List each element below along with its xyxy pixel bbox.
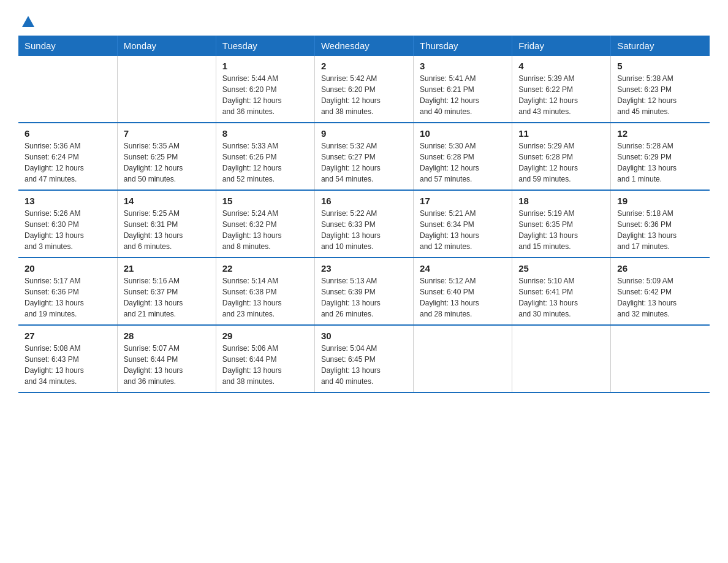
day-number: 3 <box>420 61 506 71</box>
cell-week3-day4: 17Sunrise: 5:21 AM Sunset: 6:34 PM Dayli… <box>414 190 512 258</box>
day-info: Sunrise: 5:25 AM Sunset: 6:31 PM Dayligh… <box>124 208 210 252</box>
day-info: Sunrise: 5:24 AM Sunset: 6:32 PM Dayligh… <box>222 208 308 252</box>
cell-week1-day3: 2Sunrise: 5:42 AM Sunset: 6:20 PM Daylig… <box>314 56 413 123</box>
day-info: Sunrise: 5:16 AM Sunset: 6:37 PM Dayligh… <box>124 275 210 320</box>
day-info: Sunrise: 5:07 AM Sunset: 6:44 PM Dayligh… <box>124 343 210 387</box>
cell-week4-day5: 25Sunrise: 5:10 AM Sunset: 6:41 PM Dayli… <box>512 258 611 325</box>
day-number: 23 <box>321 263 407 274</box>
day-number: 4 <box>518 61 604 71</box>
day-info: Sunrise: 5:30 AM Sunset: 6:28 PM Dayligh… <box>420 140 506 185</box>
cell-week5-day0: 27Sunrise: 5:08 AM Sunset: 6:43 PM Dayli… <box>18 325 117 393</box>
cell-week2-day2: 8Sunrise: 5:33 AM Sunset: 6:26 PM Daylig… <box>216 123 314 190</box>
day-info: Sunrise: 5:35 AM Sunset: 6:25 PM Dayligh… <box>124 140 210 185</box>
cell-week1-day5: 4Sunrise: 5:39 AM Sunset: 6:22 PM Daylig… <box>512 56 611 123</box>
day-number: 1 <box>222 61 308 71</box>
cell-week2-day3: 9Sunrise: 5:32 AM Sunset: 6:27 PM Daylig… <box>314 123 413 190</box>
day-number: 28 <box>124 331 210 341</box>
day-info: Sunrise: 5:22 AM Sunset: 6:33 PM Dayligh… <box>321 208 407 252</box>
day-number: 10 <box>420 128 506 139</box>
col-tuesday: Tuesday <box>216 36 314 56</box>
cell-week2-day0: 6Sunrise: 5:36 AM Sunset: 6:24 PM Daylig… <box>18 123 117 190</box>
day-number: 9 <box>321 128 407 139</box>
cell-week4-day4: 24Sunrise: 5:12 AM Sunset: 6:40 PM Dayli… <box>414 258 512 325</box>
week-row-2: 6Sunrise: 5:36 AM Sunset: 6:24 PM Daylig… <box>18 123 710 190</box>
calendar-table: Sunday Monday Tuesday Wednesday Thursday… <box>18 36 710 393</box>
col-sunday: Sunday <box>18 36 117 56</box>
cell-week2-day4: 10Sunrise: 5:30 AM Sunset: 6:28 PM Dayli… <box>414 123 512 190</box>
col-monday: Monday <box>117 36 216 56</box>
day-number: 6 <box>25 128 111 139</box>
day-info: Sunrise: 5:41 AM Sunset: 6:21 PM Dayligh… <box>420 73 506 117</box>
day-info: Sunrise: 5:36 AM Sunset: 6:24 PM Dayligh… <box>25 140 111 185</box>
cell-week5-day2: 29Sunrise: 5:06 AM Sunset: 6:44 PM Dayli… <box>216 325 314 393</box>
day-info: Sunrise: 5:28 AM Sunset: 6:29 PM Dayligh… <box>617 140 703 185</box>
day-number: 30 <box>321 331 407 341</box>
week-row-1: 1Sunrise: 5:44 AM Sunset: 6:20 PM Daylig… <box>18 56 710 123</box>
cell-week1-day4: 3Sunrise: 5:41 AM Sunset: 6:21 PM Daylig… <box>414 56 512 123</box>
day-number: 16 <box>321 196 407 206</box>
col-friday: Friday <box>512 36 611 56</box>
cell-week5-day3: 30Sunrise: 5:04 AM Sunset: 6:45 PM Dayli… <box>314 325 413 393</box>
col-thursday: Thursday <box>414 36 512 56</box>
col-wednesday: Wednesday <box>314 36 413 56</box>
cell-week5-day1: 28Sunrise: 5:07 AM Sunset: 6:44 PM Dayli… <box>117 325 216 393</box>
day-number: 22 <box>222 263 308 274</box>
day-info: Sunrise: 5:42 AM Sunset: 6:20 PM Dayligh… <box>321 73 407 117</box>
day-number: 5 <box>617 61 703 71</box>
day-info: Sunrise: 5:12 AM Sunset: 6:40 PM Dayligh… <box>420 275 506 320</box>
day-number: 24 <box>420 263 506 274</box>
day-number: 15 <box>222 196 308 206</box>
day-info: Sunrise: 5:33 AM Sunset: 6:26 PM Dayligh… <box>222 140 308 185</box>
day-number: 8 <box>222 128 308 139</box>
day-number: 26 <box>617 263 703 274</box>
logo <box>18 12 36 29</box>
day-number: 13 <box>25 196 111 206</box>
col-saturday: Saturday <box>611 36 710 56</box>
day-info: Sunrise: 5:08 AM Sunset: 6:43 PM Dayligh… <box>25 343 111 387</box>
day-number: 25 <box>518 263 604 274</box>
day-info: Sunrise: 5:39 AM Sunset: 6:22 PM Dayligh… <box>518 73 604 117</box>
day-info: Sunrise: 5:21 AM Sunset: 6:34 PM Dayligh… <box>420 208 506 252</box>
cell-week5-day5 <box>512 325 611 393</box>
cell-week4-day6: 26Sunrise: 5:09 AM Sunset: 6:42 PM Dayli… <box>611 258 710 325</box>
cell-week3-day1: 14Sunrise: 5:25 AM Sunset: 6:31 PM Dayli… <box>117 190 216 258</box>
page-header <box>18 12 710 29</box>
day-info: Sunrise: 5:09 AM Sunset: 6:42 PM Dayligh… <box>617 275 703 320</box>
day-number: 21 <box>124 263 210 274</box>
logo-icon <box>20 13 36 29</box>
cell-week3-day2: 15Sunrise: 5:24 AM Sunset: 6:32 PM Dayli… <box>216 190 314 258</box>
cell-week4-day2: 22Sunrise: 5:14 AM Sunset: 6:38 PM Dayli… <box>216 258 314 325</box>
day-info: Sunrise: 5:19 AM Sunset: 6:35 PM Dayligh… <box>518 208 604 252</box>
cell-week1-day6: 5Sunrise: 5:38 AM Sunset: 6:23 PM Daylig… <box>611 56 710 123</box>
day-number: 2 <box>321 61 407 71</box>
cell-week3-day3: 16Sunrise: 5:22 AM Sunset: 6:33 PM Dayli… <box>314 190 413 258</box>
day-number: 17 <box>420 196 506 206</box>
day-number: 14 <box>124 196 210 206</box>
header-row: Sunday Monday Tuesday Wednesday Thursday… <box>18 36 710 56</box>
day-number: 7 <box>124 128 210 139</box>
cell-week3-day5: 18Sunrise: 5:19 AM Sunset: 6:35 PM Dayli… <box>512 190 611 258</box>
week-row-3: 13Sunrise: 5:26 AM Sunset: 6:30 PM Dayli… <box>18 190 710 258</box>
cell-week2-day5: 11Sunrise: 5:29 AM Sunset: 6:28 PM Dayli… <box>512 123 611 190</box>
day-number: 18 <box>518 196 604 206</box>
day-info: Sunrise: 5:04 AM Sunset: 6:45 PM Dayligh… <box>321 343 407 387</box>
cell-week1-day2: 1Sunrise: 5:44 AM Sunset: 6:20 PM Daylig… <box>216 56 314 123</box>
day-info: Sunrise: 5:18 AM Sunset: 6:36 PM Dayligh… <box>617 208 703 252</box>
day-number: 12 <box>617 128 703 139</box>
week-row-5: 27Sunrise: 5:08 AM Sunset: 6:43 PM Dayli… <box>18 325 710 393</box>
week-row-4: 20Sunrise: 5:17 AM Sunset: 6:36 PM Dayli… <box>18 258 710 325</box>
day-number: 11 <box>518 128 604 139</box>
calendar-body: 1Sunrise: 5:44 AM Sunset: 6:20 PM Daylig… <box>18 56 710 393</box>
day-info: Sunrise: 5:14 AM Sunset: 6:38 PM Dayligh… <box>222 275 308 320</box>
cell-week5-day6 <box>611 325 710 393</box>
day-number: 20 <box>25 263 111 274</box>
day-number: 19 <box>617 196 703 206</box>
cell-week3-day0: 13Sunrise: 5:26 AM Sunset: 6:30 PM Dayli… <box>18 190 117 258</box>
cell-week2-day6: 12Sunrise: 5:28 AM Sunset: 6:29 PM Dayli… <box>611 123 710 190</box>
day-number: 29 <box>222 331 308 341</box>
day-info: Sunrise: 5:38 AM Sunset: 6:23 PM Dayligh… <box>617 73 703 117</box>
cell-week1-day1 <box>117 56 216 123</box>
cell-week5-day4 <box>414 325 512 393</box>
day-info: Sunrise: 5:17 AM Sunset: 6:36 PM Dayligh… <box>25 275 111 320</box>
day-info: Sunrise: 5:44 AM Sunset: 6:20 PM Dayligh… <box>222 73 308 117</box>
